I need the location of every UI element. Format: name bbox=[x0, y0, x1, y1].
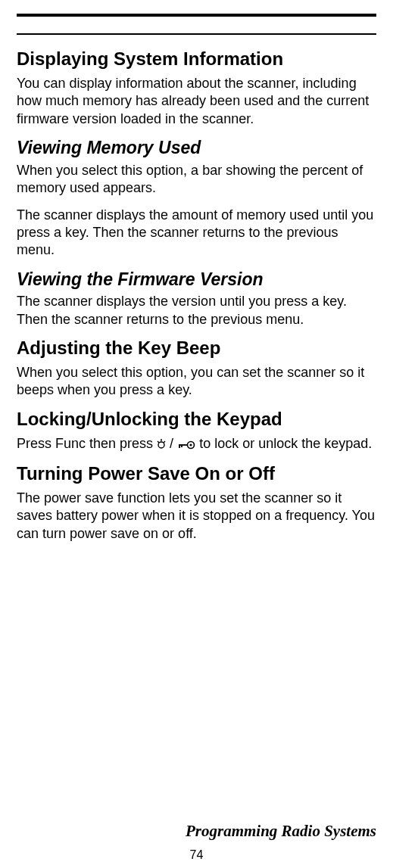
separator-slash: / bbox=[170, 436, 177, 451]
svg-point-0 bbox=[158, 442, 164, 448]
heading-displaying-system-info: Displaying System Information bbox=[17, 48, 376, 70]
light-icon bbox=[157, 437, 166, 454]
footer-section-title: Programming Radio Systems bbox=[186, 822, 376, 841]
rule-thin bbox=[17, 33, 376, 35]
svg-line-2 bbox=[158, 441, 159, 443]
subheading-viewing-firmware-version: Viewing the Firmware Version bbox=[17, 269, 376, 291]
heading-turning-power-save: Turning Power Save On or Off bbox=[17, 463, 376, 485]
svg-point-5 bbox=[190, 443, 192, 446]
para-power-save: The power save function lets you set the… bbox=[17, 490, 376, 543]
para-keypad-lock: Press Func then press / to lock or unloc… bbox=[17, 435, 376, 454]
para-firmware-version: The scanner displays the version until y… bbox=[17, 293, 376, 328]
para-keypad-lock-b: to lock or unlock the key­pad. bbox=[199, 436, 372, 451]
para-memory-used-2: The scanner displays the amount of memor… bbox=[17, 207, 376, 260]
rule-thick bbox=[17, 14, 376, 17]
para-system-info-intro: You can display information about the sc… bbox=[17, 75, 376, 128]
para-keypad-lock-a: Press Func then press bbox=[17, 436, 157, 451]
svg-line-3 bbox=[164, 441, 165, 443]
key-lock-icon bbox=[177, 437, 195, 454]
heading-adjusting-key-beep: Adjusting the Key Beep bbox=[17, 338, 376, 359]
page-number: 74 bbox=[0, 848, 393, 862]
top-rules bbox=[17, 14, 376, 35]
subheading-viewing-memory-used: Viewing Memory Used bbox=[17, 137, 376, 159]
heading-locking-unlocking-keypad: Locking/Unlocking the Keypad bbox=[17, 409, 376, 431]
para-memory-used-1: When you select this option, a bar showi… bbox=[17, 162, 376, 198]
para-key-beep: When you select this option, you can set… bbox=[17, 364, 376, 400]
